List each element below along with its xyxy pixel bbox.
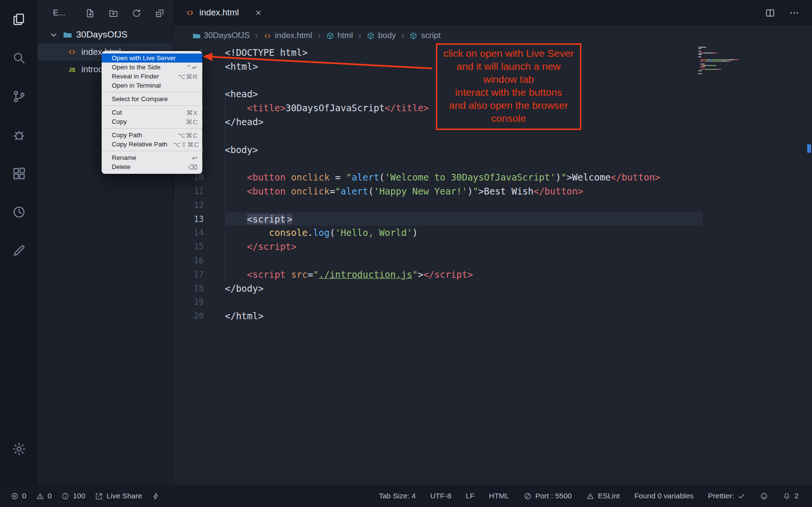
sidebar-action-refresh[interactable] (131, 8, 142, 18)
code-token: " (335, 186, 341, 196)
menu-item-label: Open to the Side (112, 64, 180, 71)
menu-item-rename[interactable]: Rename↩ (102, 153, 202, 162)
code-token: . (308, 227, 313, 238)
code-line-13[interactable]: 13 <script> (174, 212, 812, 226)
menu-item-reveal-in-finder[interactable]: Reveal in Finder⌥⌘R (102, 72, 202, 81)
status-item-tab-size-4[interactable]: Tab Size: 4 (379, 492, 416, 500)
status-item-lightning-icon[interactable] (152, 492, 160, 500)
close-icon[interactable] (254, 9, 262, 17)
code-text: <script> (225, 212, 292, 226)
code-token: ( (368, 186, 373, 196)
code-token: >Best Wish (478, 186, 533, 196)
menu-item-shortcut: ⌥⌘C (178, 131, 198, 139)
code-text: <html> (225, 60, 258, 74)
menu-item-shortcut: ⌘C (186, 118, 198, 126)
more-actions-icon[interactable] (789, 8, 799, 18)
breadcrumb-item-30daysofjs[interactable]: 30DaysOfJS (192, 31, 249, 40)
menu-item-copy-relative-path[interactable]: Copy Relative Path⌥⇧⌘C (102, 140, 202, 149)
activity-button-extensions[interactable] (11, 165, 27, 182)
status-item-live-share-icon-live-share[interactable]: Live Share (95, 492, 142, 500)
breadcrumb-item-body[interactable]: body (367, 31, 396, 40)
status-bar: 00100Live Share Tab Size: 4UTF-8LFHTMLPo… (0, 485, 812, 507)
activity-button-files[interactable] (11, 11, 27, 27)
tab-index-html[interactable]: index.html (174, 0, 269, 26)
code-line-number: 17 (174, 268, 204, 282)
menu-item-open-in-terminal[interactable]: Open in Terminal (102, 81, 202, 90)
menu-item-copy[interactable]: Copy⌘C (102, 117, 202, 126)
code-token: </button> (611, 172, 660, 182)
tree-item-30daysofjs[interactable]: 30DaysOfJS (38, 26, 173, 43)
code-token (225, 186, 247, 196)
activity-button-history[interactable] (11, 204, 27, 220)
tab-bar: index.html (174, 0, 812, 26)
status-item-bell-icon-2[interactable]: 2 (783, 492, 799, 500)
status-item-prettier[interactable]: Prettier: (708, 492, 746, 500)
status-item-error-icon-0[interactable]: 0 (11, 492, 26, 500)
code-line-10[interactable]: 10 <button onclick = "alert('Welcome to … (174, 170, 812, 184)
status-item-smiley-icon[interactable] (760, 492, 768, 500)
activity-button-search[interactable] (11, 50, 27, 66)
breadcrumb-item-script[interactable]: script (409, 31, 441, 40)
code-line-18[interactable]: 18</body> (174, 282, 812, 296)
activity-button-feedback[interactable] (11, 242, 27, 259)
code-token: alert (352, 172, 379, 182)
minimap[interactable] (698, 47, 744, 75)
sidebar-action-new-folder[interactable] (108, 8, 118, 18)
breadcrumb-label: html (338, 31, 353, 40)
status-item-warning-icon-0[interactable]: 0 (36, 492, 52, 500)
menu-item-open-with-live-server[interactable]: Open with Live Server (102, 53, 202, 63)
code-line-11[interactable]: 11 <button onclick="alert('Happy New Yea… (174, 184, 812, 198)
code-line-19[interactable]: 19 (174, 295, 812, 309)
activity-bar-top (11, 11, 27, 259)
sidebar-action-new-file[interactable] (85, 8, 95, 18)
code-text: <body> (225, 143, 258, 157)
breadcrumb-item-index-html[interactable]: index.html (263, 31, 312, 40)
status-label: ESLint (598, 492, 620, 500)
activity-button-settings-gear[interactable] (11, 441, 27, 457)
code-line-14[interactable]: 14 console.log('Hello, World') (174, 226, 812, 240)
code-line-15[interactable]: 15 </script> (174, 240, 812, 254)
status-item-warning-icon-eslint[interactable]: ESLint (586, 492, 620, 500)
status-item-lf[interactable]: LF (466, 492, 474, 500)
code-line-9[interactable]: 9 (174, 156, 812, 170)
code-token: > (287, 214, 292, 224)
status-item-html[interactable]: HTML (489, 492, 509, 500)
menu-item-cut[interactable]: Cut⌘X (102, 108, 202, 117)
code-line-20[interactable]: 20</html> (174, 309, 812, 323)
status-label: UTF-8 (430, 492, 451, 500)
minimap-token (698, 47, 706, 48)
breadcrumb-item-html[interactable]: html (326, 31, 353, 40)
menu-item-select-for-compare[interactable]: Select for Compare (102, 94, 202, 104)
code-token (225, 227, 269, 238)
sidebar-action-collapse-all[interactable] (154, 8, 165, 18)
code-text: <button onclick = "alert('Welcome to 30D… (225, 170, 660, 184)
activity-button-debug[interactable] (11, 127, 27, 143)
minimap-token (705, 61, 708, 62)
menu-item-shortcut: ⌫ (188, 163, 198, 171)
menu-group: Cut⌘XCopy⌘C (102, 105, 202, 126)
menu-item-delete[interactable]: Delete⌫ (102, 162, 202, 171)
status-item-utf-8[interactable]: UTF-8 (430, 492, 451, 500)
code-token: = (329, 172, 346, 182)
activity-bar (0, 0, 38, 485)
code-token: </html> (225, 311, 263, 321)
minimap-token (708, 65, 716, 66)
status-label: 100 (73, 492, 85, 500)
menu-item-open-to-the-side[interactable]: Open to the Side⌃↵ (102, 63, 202, 72)
symbol-cube-icon (326, 32, 334, 40)
code-line-16[interactable]: 16 (174, 254, 812, 268)
status-item-port-icon-port-5500[interactable]: Port : 5500 (524, 492, 572, 500)
split-editor-icon[interactable] (765, 8, 775, 18)
code-line-7[interactable]: 7 (174, 129, 812, 143)
code-token (225, 241, 247, 252)
menu-item-label: Reveal in Finder (112, 73, 172, 80)
menu-item-copy-path[interactable]: Copy Path⌥⌘C (102, 130, 202, 140)
status-item-found-0-variables[interactable]: Found 0 variables (634, 492, 694, 500)
code-line-17[interactable]: 17 <script src="./introduction.js"></scr… (174, 268, 812, 282)
activity-button-source-control[interactable] (11, 88, 27, 104)
code-line-8[interactable]: 8<body> (174, 143, 812, 157)
history-icon (12, 205, 26, 220)
status-item-info-icon-100[interactable]: 100 (61, 492, 85, 500)
minimap-token (707, 69, 716, 70)
code-line-12[interactable]: 12 (174, 198, 812, 212)
